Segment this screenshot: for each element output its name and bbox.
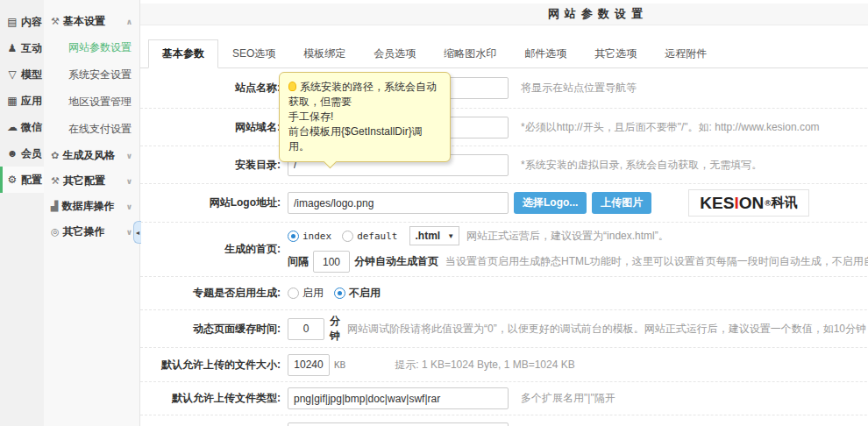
menu-item-site-params[interactable]: 网站参数设置 [44, 34, 139, 61]
menu-group-label: 生成及风格 [62, 148, 115, 163]
interval-prefix: 间隔 [288, 254, 309, 269]
radio-disable[interactable]: 不启用 [334, 286, 381, 301]
field-hint: 当设置首页启用生成静态HTML功能时，这里可以设置首页每隔一段时间自动生成，不启… [445, 254, 868, 269]
chevron-up-icon: ∧ [126, 18, 132, 26]
sidebar-item-label: 微信 [21, 120, 42, 135]
lightbulb-icon [288, 82, 296, 91]
chevron-down-icon: ∨ [126, 202, 132, 211]
field-label: 生成的首页: [140, 242, 288, 257]
tab-member-options[interactable]: 会员选项 [359, 39, 430, 68]
upload-types-input[interactable] [288, 387, 509, 409]
row-webmaster: 站长姓名: [140, 415, 868, 426]
flower-icon: ✿ [51, 150, 59, 161]
field-label: 专题是否启用生成: [140, 286, 288, 301]
field-hint: *系统安装的虚拟目录, 系统会自动获取，无需填写。 [521, 158, 762, 173]
radio-default[interactable]: default [342, 231, 397, 242]
cache-time-input[interactable] [288, 318, 324, 340]
row-install-dir: 安装目录: *系统安装的虚拟目录, 系统会自动获取，无需填写。 [140, 146, 868, 184]
field-label: 默认允许上传的文件大小: [140, 358, 288, 373]
sidebar-collapse-handle[interactable]: ◄ [133, 221, 141, 244]
menu-group-other-config[interactable]: ⚒ 其它配置 ∨ [44, 168, 139, 194]
users-icon: ♟ [6, 42, 18, 54]
row-site-name: 站点名称: 将显示在站点位置导航等 [140, 68, 868, 109]
tab-seo[interactable]: SEO选项 [218, 39, 289, 68]
wrench-icon: ⚒ [51, 175, 60, 187]
kesion-logo: KESION®科讯 [688, 189, 809, 217]
sidebar-item-label: 内容 [21, 15, 42, 30]
field-label: 站点名称: [140, 81, 288, 96]
sidebar-item-config[interactable]: ⚙ 配置 [0, 167, 44, 193]
menu-item-security[interactable]: 系统安全设置 [44, 61, 139, 89]
menu-group-generate-style[interactable]: ✿ 生成及风格 ∨ [44, 143, 139, 168]
location-icon: ◎ [51, 226, 60, 238]
menu-item-region[interactable]: 地区设置管理 [44, 89, 139, 116]
dropdown-caret-icon: ▼ [447, 232, 454, 240]
sidebar-item-members[interactable]: ☻ 会员 [0, 140, 44, 167]
unit-label: KB [334, 359, 345, 371]
radio-circle [288, 288, 299, 299]
sidebar-item-interaction[interactable]: ♟ 互动 [0, 35, 44, 61]
field-label: 动态页面缓存时间: [140, 322, 288, 337]
menu-group-database[interactable]: ▟ 数据库操作 ∨ [44, 194, 139, 219]
primary-sidebar: ▤ 内容 ♟ 互动 ▽ 模型 ▦ 应用 ☁ 微信 ☻ 会员 ⚙ 配置 [0, 0, 44, 426]
field-label: 安装目录: [140, 158, 288, 173]
tab-bar: 基本参数 SEO选项 模板绑定 会员选项 缩略图水印 邮件选项 其它选项 远程附… [140, 39, 868, 68]
gear-icon: ⚙ [6, 174, 18, 186]
filter-icon: ▽ [6, 68, 18, 81]
field-hint: 网站正式运营后，建议设置为“index.html”。 [466, 229, 669, 244]
tab-template-binding[interactable]: 模板绑定 [289, 39, 359, 68]
choose-logo-button[interactable]: 选择Logo... [514, 192, 587, 214]
field-hint: 将显示在站点位置导航等 [521, 81, 637, 96]
tab-basic-params[interactable]: 基本参数 [148, 39, 218, 68]
sidebar-item-label: 会员 [21, 146, 42, 161]
radio-circle-checked [334, 288, 345, 299]
member-icon: ☻ [6, 147, 18, 160]
row-upload-types: 默认允许上传文件类型: 多个扩展名用"|"隔开 [140, 382, 868, 415]
chat-bubbles-icon: ☁ [6, 121, 18, 133]
interval-input[interactable] [313, 251, 350, 273]
menu-group-other-ops[interactable]: ◎ 其它操作 ∨ [44, 219, 139, 245]
webmaster-name-input[interactable] [288, 422, 509, 426]
page-title-bar: 网站参数设置 [140, 4, 868, 25]
tab-other-options[interactable]: 其它选项 [580, 39, 651, 68]
app-window: ▤ 内容 ♟ 互动 ▽ 模型 ▦ 应用 ☁ 微信 ☻ 会员 ⚙ 配置 ⚒ [0, 0, 868, 426]
tab-thumbnail-watermark[interactable]: 缩略图水印 [430, 39, 510, 68]
wrench-icon: ⚒ [51, 16, 60, 27]
logo-path-input[interactable] [288, 192, 509, 214]
unit-label: 分钟 [330, 314, 340, 344]
main-panel: 网站参数设置 基本参数 SEO选项 模板绑定 会员选项 缩略图水印 邮件选项 其… [140, 0, 868, 426]
sidebar-item-content[interactable]: ▤ 内容 [0, 9, 44, 35]
sidebar-item-model[interactable]: ▽ 模型 [0, 61, 44, 88]
secondary-sidebar: ⚒ 基本设置 ∧ 网站参数设置 系统安全设置 地区设置管理 在线支付设置 ✿ 生… [44, 0, 140, 426]
radio-index[interactable]: index [288, 231, 331, 242]
menu-group-basic-settings[interactable]: ⚒ 基本设置 ∧ [44, 9, 139, 34]
field-label: 网站域名: [140, 120, 288, 135]
radio-circle [342, 231, 353, 242]
tooltip-text: 前台模板用{$GetInstallDir}调用。 [288, 124, 441, 154]
settings-form: 站点名称: 将显示在站点位置导航等 网站域名: *必须以http://开头，且后… [140, 68, 868, 426]
tab-remote-attachments[interactable]: 远程附件 [651, 39, 721, 68]
chevron-down-icon: ∨ [126, 177, 132, 186]
install-dir-tooltip: 系统安装的路径，系统会自动获取，但需要 手工保存! 前台模板用{$GetInst… [279, 72, 451, 162]
field-hint: 多个扩展名用"|"隔开 [521, 391, 615, 406]
row-logo: 网站Logo地址: 选择Logo... 上传图片 KESION®科讯 [140, 184, 868, 223]
interval-suffix: 分钟自动生成首页 [354, 254, 438, 269]
menu-item-payment[interactable]: 在线支付设置 [44, 116, 139, 143]
row-domain: 网站域名: *必须以http://开头，且后面不要带"/"。如: http://… [140, 109, 868, 146]
tab-mail-options[interactable]: 邮件选项 [510, 39, 580, 68]
menu-group-label: 其它配置 [63, 174, 105, 188]
tooltip-text: 系统安装的路径，系统会自动获取，但需要 [288, 81, 437, 108]
sidebar-item-label: 互动 [21, 41, 42, 56]
row-cache-time: 动态页面缓存时间: 分钟 网站调试阶段请将此值设置为“0”，以便更好的调试前台的… [140, 310, 868, 348]
upload-image-button[interactable]: 上传图片 [592, 192, 651, 214]
extension-select[interactable]: .html ▼ [409, 226, 459, 245]
tooltip-text: 手工保存! [288, 110, 441, 124]
radio-enable[interactable]: 启用 [288, 286, 324, 301]
sidebar-item-wechat[interactable]: ☁ 微信 [0, 114, 44, 140]
chevron-down-icon: ∨ [126, 228, 132, 237]
field-hint: 网站调试阶段请将此值设置为“0”，以便更好的调试前台的模板。网站正式运行后，建议… [347, 322, 868, 337]
row-upload-size: 默认允许上传的文件大小: KB 提示: 1 KB=1024 Byte, 1 MB… [140, 348, 868, 382]
sidebar-item-apps[interactable]: ▦ 应用 [0, 88, 44, 114]
upload-size-input[interactable] [288, 354, 330, 376]
sidebar-item-label: 配置 [21, 173, 42, 188]
